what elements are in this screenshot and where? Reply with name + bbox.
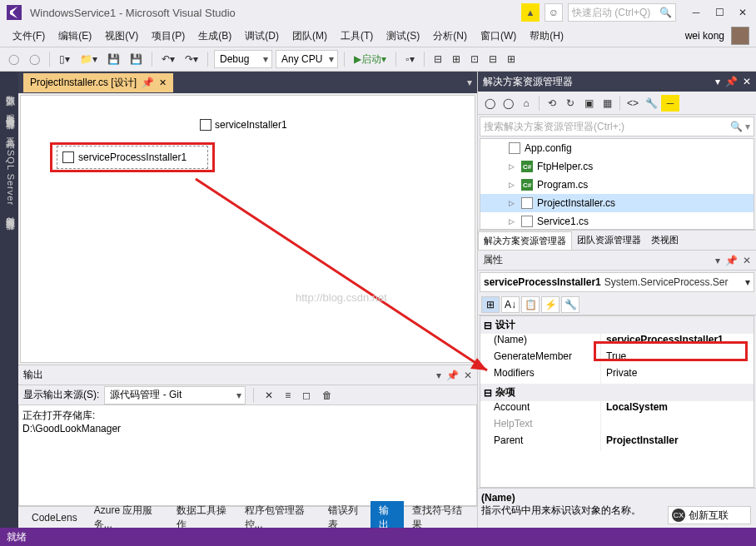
collapse-icon[interactable]: ▣ (580, 95, 597, 112)
redo-icon[interactable]: ↷▾ (182, 50, 201, 68)
showall-icon[interactable]: ▦ (599, 95, 615, 112)
tab-solution-explorer[interactable]: 解决方案资源管理器 (478, 231, 572, 250)
tree-item-ftphelper[interactable]: ▷C#FtpHelper.cs (480, 157, 754, 176)
home-icon[interactable]: ⌂ (518, 95, 535, 112)
align-icon-3[interactable]: ⊡ (467, 50, 482, 68)
output-body[interactable]: 正在打开存储库: D:\GoodLookManager (18, 405, 477, 506)
avatar-icon[interactable] (731, 27, 749, 45)
pin-icon[interactable]: 📌 (446, 370, 459, 381)
tab-team-explorer[interactable]: 团队资源管理器 (572, 231, 646, 249)
solution-toolbar: ◯ ◯ ⌂ ⟲ ↻ ▣ ▦ <> 🔧 ─ (478, 92, 756, 115)
tree-item-appconfig[interactable]: App.config (480, 139, 754, 157)
menu-team[interactable]: 团队(M) (286, 27, 333, 45)
menu-analyze[interactable]: 分析(N) (427, 27, 473, 45)
pin-icon[interactable]: 📌 (725, 76, 738, 87)
menu-view[interactable]: 视图(V) (99, 27, 144, 45)
menu-build[interactable]: 生成(B) (192, 27, 237, 45)
solution-tree[interactable]: App.config ▷C#FtpHelper.cs ▷C#Program.cs… (480, 138, 754, 230)
pin-icon[interactable]: 📌 (142, 77, 154, 88)
menu-tools[interactable]: 工具(T) (335, 27, 379, 45)
undo-icon[interactable]: ↶▾ (158, 50, 178, 68)
sidebar-tab-server[interactable]: 服务器资源管理器 (0, 99, 18, 122)
quick-launch-input[interactable]: 快速启动 (Ctrl+Q)🔍 (568, 3, 676, 22)
tab-codelens[interactable]: CodeLens (23, 509, 86, 526)
prop-row-account[interactable]: AccountLocalSystem (480, 401, 754, 418)
refresh-icon[interactable]: ↻ (562, 95, 579, 112)
close-icon[interactable]: ✕ (736, 6, 749, 19)
back-icon[interactable]: ◯ (481, 95, 498, 112)
output-source-dropdown[interactable]: 源代码管理 - Git (104, 386, 246, 405)
platform-dropdown[interactable]: Any CPU (276, 50, 338, 68)
prop-row-helptext[interactable]: HelpText (480, 418, 754, 434)
tree-item-service1[interactable]: ▷Service1.cs (480, 212, 754, 230)
close-icon[interactable]: ✕ (464, 370, 472, 381)
notification-icon[interactable]: ▲ (521, 3, 540, 22)
events-icon[interactable]: ⚡ (541, 296, 560, 313)
properties-target-dropdown[interactable]: serviceProcessInstaller1System.ServicePr… (480, 272, 754, 292)
alphabetical-icon[interactable]: A↓ (501, 296, 520, 313)
solution-search-input[interactable]: 搜索解决方案资源管理器(Ctrl+;) 🔍 ▾ (480, 117, 754, 136)
feedback-icon[interactable]: ☺ (545, 3, 563, 22)
sidebar-tab-datasource[interactable]: 数据源 (0, 80, 18, 99)
forward-icon[interactable]: ◯ (26, 50, 43, 68)
code-icon[interactable]: <> (624, 95, 641, 112)
dropdown-icon[interactable]: ▾ (715, 76, 720, 87)
dropdown-icon[interactable]: ▾ (467, 77, 472, 88)
properties-icon[interactable]: 🔧 (643, 95, 659, 112)
align-icon-2[interactable]: ⊞ (449, 50, 464, 68)
maximize-icon[interactable]: ☐ (713, 6, 726, 19)
properties-icon[interactable]: 📋 (521, 296, 540, 313)
category-misc[interactable]: ⊟杂项 (480, 384, 754, 401)
wrench-icon[interactable]: ─ (661, 95, 679, 112)
menu-project[interactable]: 项目(P) (146, 27, 191, 45)
clear-icon[interactable]: ✕ (261, 386, 276, 405)
close-icon[interactable]: ✕ (743, 255, 751, 266)
designer-tab-active[interactable]: ProjectInstaller.cs [设计] 📌 ✕ (23, 73, 173, 92)
sidebar-tab-sqlserver[interactable]: SQL Server 对象资源管理器 (0, 141, 18, 223)
left-sidebar: 数据源 服务器资源管理器 工具箱 SQL Server 对象资源管理器 (0, 72, 18, 528)
forward-icon[interactable]: ◯ (500, 95, 516, 112)
open-file-icon[interactable]: 📁▾ (77, 50, 101, 68)
sync-icon[interactable]: ⟲ (544, 95, 560, 112)
wrap-icon[interactable]: ≡ (281, 386, 294, 405)
dropdown-icon[interactable]: ▾ (436, 370, 441, 381)
pin-icon[interactable]: 📌 (725, 255, 738, 266)
prop-row-modifiers[interactable]: ModifiersPrivate (480, 367, 754, 384)
menu-debug[interactable]: 调试(D) (239, 27, 285, 45)
designer-canvas[interactable]: serviceInstaller1 serviceProcessInstalle… (20, 95, 475, 363)
properties-toolbar: ⊞ A↓ 📋 ⚡ 🔧 (478, 294, 756, 315)
user-name[interactable]: wei kong (685, 30, 724, 42)
dropdown-icon[interactable]: ▾ (715, 255, 720, 266)
goto-icon[interactable]: ◻ (299, 386, 314, 405)
property-pages-icon[interactable]: 🔧 (561, 296, 579, 313)
save-all-icon[interactable]: 💾 (127, 50, 146, 68)
minimize-icon[interactable]: ─ (689, 6, 703, 19)
menu-test[interactable]: 测试(S) (380, 27, 425, 45)
menu-edit[interactable]: 编辑(E) (52, 27, 97, 45)
service-installer-1[interactable]: serviceInstaller1 (200, 119, 287, 131)
tree-item-projectinstaller[interactable]: ▷ProjectInstaller.cs (480, 194, 754, 212)
other-icon[interactable]: ▫▾ (402, 50, 417, 68)
start-button[interactable]: ▶ 启动 ▾ (351, 50, 390, 68)
output-source-label: 显示输出来源(S): (23, 388, 99, 402)
prop-row-parent[interactable]: ParentProjectInstaller (480, 434, 754, 451)
categorized-icon[interactable]: ⊞ (481, 296, 500, 313)
menu-help[interactable]: 帮助(H) (524, 27, 569, 45)
save-icon[interactable]: 💾 (104, 50, 123, 68)
sidebar-tab-toolbox[interactable]: 工具箱 (0, 122, 18, 141)
tree-item-program[interactable]: ▷C#Program.cs (480, 176, 754, 194)
back-icon[interactable]: ◯ (5, 50, 22, 68)
close-icon[interactable]: ✕ (743, 76, 751, 87)
align-icon-4[interactable]: ⊟ (485, 50, 500, 68)
align-icon[interactable]: ⊟ (430, 50, 445, 68)
vs-logo-icon (7, 5, 22, 20)
close-tab-icon[interactable]: ✕ (159, 77, 167, 88)
config-dropdown[interactable]: Debug (214, 50, 272, 68)
tab-class-view[interactable]: 类视图 (646, 231, 684, 249)
new-file-icon[interactable]: ▯▾ (56, 50, 73, 68)
menu-file[interactable]: 文件(F) (7, 27, 51, 45)
category-design[interactable]: ⊟设计 (480, 316, 754, 334)
align-icon-5[interactable]: ⊞ (504, 50, 519, 68)
clear-all-icon[interactable]: 🗑 (319, 386, 336, 405)
menu-window[interactable]: 窗口(W) (475, 27, 522, 45)
